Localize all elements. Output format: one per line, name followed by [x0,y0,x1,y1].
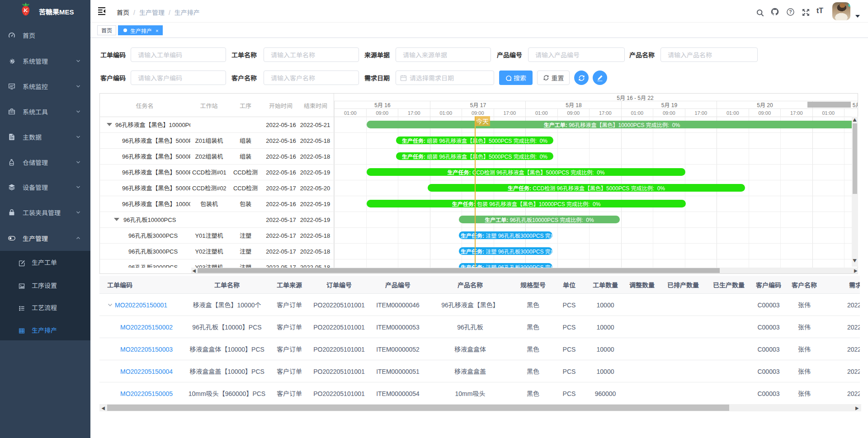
svg-text:K: K [24,8,28,13]
svg-text:?: ? [789,9,792,14]
